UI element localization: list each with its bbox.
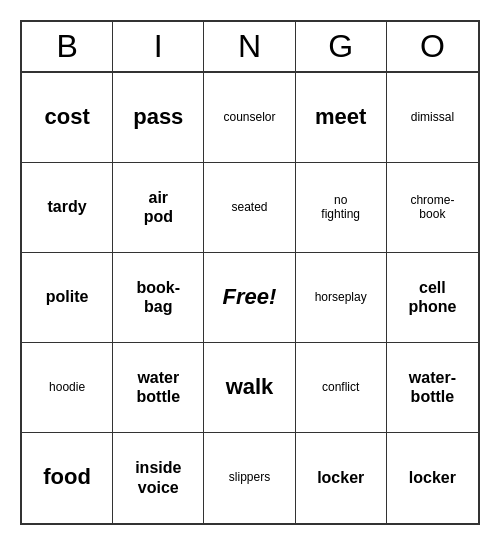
cell-label: meet — [315, 104, 366, 130]
cell-label: food — [43, 464, 91, 490]
bingo-cell: conflict — [296, 343, 387, 433]
cell-label: pass — [133, 104, 183, 130]
bingo-cell: dimissal — [387, 73, 478, 163]
cell-label: waterbottle — [137, 368, 181, 406]
bingo-cell: airpod — [113, 163, 204, 253]
cell-label: tardy — [48, 197, 87, 216]
cell-label: cost — [44, 104, 89, 130]
bingo-cell: tardy — [22, 163, 113, 253]
cell-label: hoodie — [49, 380, 85, 394]
bingo-cell: locker — [296, 433, 387, 523]
bingo-cell: cost — [22, 73, 113, 163]
header-letter: G — [296, 22, 387, 71]
cell-label: airpod — [144, 188, 173, 226]
cell-label: slippers — [229, 470, 270, 484]
bingo-card: BINGO costpasscounselormeetdimissaltardy… — [20, 20, 480, 525]
bingo-cell: polite — [22, 253, 113, 343]
cell-label: insidevoice — [135, 458, 181, 496]
bingo-cell: meet — [296, 73, 387, 163]
cell-label: chrome-book — [410, 193, 454, 222]
cell-label: cellphone — [408, 278, 456, 316]
cell-label: conflict — [322, 380, 359, 394]
bingo-cell: walk — [204, 343, 295, 433]
bingo-cell: seated — [204, 163, 295, 253]
bingo-header: BINGO — [22, 22, 478, 73]
bingo-cell: counselor — [204, 73, 295, 163]
header-letter: N — [204, 22, 295, 71]
bingo-cell: horseplay — [296, 253, 387, 343]
cell-label: nofighting — [321, 193, 360, 222]
bingo-cell: waterbottle — [113, 343, 204, 433]
cell-label: horseplay — [315, 290, 367, 304]
bingo-cell: Free! — [204, 253, 295, 343]
bingo-cell: cellphone — [387, 253, 478, 343]
cell-label: dimissal — [411, 110, 454, 124]
cell-label: Free! — [223, 284, 277, 310]
bingo-cell: book-bag — [113, 253, 204, 343]
bingo-cell: water-bottle — [387, 343, 478, 433]
cell-label: locker — [409, 468, 456, 487]
bingo-cell: insidevoice — [113, 433, 204, 523]
bingo-cell: chrome-book — [387, 163, 478, 253]
bingo-cell: nofighting — [296, 163, 387, 253]
bingo-cell: food — [22, 433, 113, 523]
bingo-cell: pass — [113, 73, 204, 163]
cell-label: book-bag — [137, 278, 181, 316]
cell-label: counselor — [223, 110, 275, 124]
bingo-grid: costpasscounselormeetdimissaltardyairpod… — [22, 73, 478, 523]
header-letter: B — [22, 22, 113, 71]
cell-label: walk — [226, 374, 274, 400]
bingo-cell: hoodie — [22, 343, 113, 433]
cell-label: water-bottle — [409, 368, 456, 406]
cell-label: locker — [317, 468, 364, 487]
header-letter: O — [387, 22, 478, 71]
header-letter: I — [113, 22, 204, 71]
bingo-cell: locker — [387, 433, 478, 523]
bingo-cell: slippers — [204, 433, 295, 523]
cell-label: polite — [46, 287, 89, 306]
cell-label: seated — [231, 200, 267, 214]
